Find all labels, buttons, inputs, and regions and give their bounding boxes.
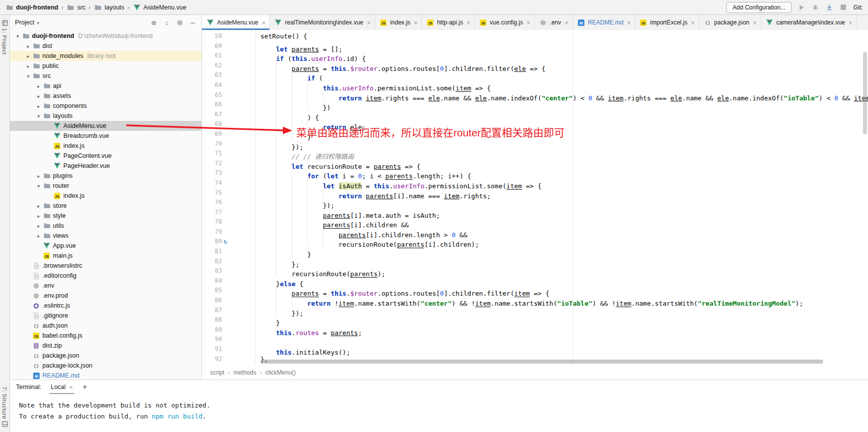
tree-item[interactable]: ▾router xyxy=(10,181,202,191)
horizontal-scrollbar[interactable] xyxy=(260,360,823,364)
tree-item[interactable]: .env.prod xyxy=(10,291,202,301)
tree-item[interactable]: App.vue xyxy=(10,241,202,251)
bottom-stripe-icon[interactable] xyxy=(2,420,8,429)
tree-item[interactable]: ▾src xyxy=(10,71,202,81)
code-line[interactable]: 72let recursionRoute = parents => { xyxy=(202,159,868,169)
chevron-expanded-icon[interactable]: ▾ xyxy=(24,73,32,79)
chevron-collapsed-icon[interactable]: ▸ xyxy=(35,83,42,89)
editor-tab[interactable]: JSvue.config.js× xyxy=(475,15,535,30)
update-project-icon[interactable] xyxy=(826,3,834,11)
locate-file-icon[interactable]: ⊕ xyxy=(150,19,158,26)
tree-item[interactable]: .eslintrc.js xyxy=(10,301,202,311)
chevron-collapsed-icon[interactable]: ▸ xyxy=(24,43,32,49)
tree-item[interactable]: ▸components xyxy=(10,101,202,111)
project-view-selector[interactable]: Project xyxy=(15,19,34,26)
code-line[interactable]: 91this.initialKeys(); xyxy=(202,345,868,355)
editor-tab[interactable]: AsideMenu.vue× xyxy=(202,15,270,30)
tree-item[interactable]: JSindex.js xyxy=(10,191,202,201)
tree-item[interactable]: ▾layouts xyxy=(10,111,202,121)
tree-item[interactable]: .gitignore xyxy=(10,311,202,321)
editor-tab[interactable]: realTimeMonitoring\index.vue× xyxy=(270,15,375,30)
tree-item[interactable]: ▸views xyxy=(10,231,202,241)
editor-tab[interactable]: {}package.json× xyxy=(699,15,761,30)
tab-close-icon[interactable]: × xyxy=(367,19,371,26)
tree-item[interactable]: ▸node_moduleslibrary root xyxy=(10,51,202,61)
code-line[interactable]: 86return !item.name.startsWith("center")… xyxy=(202,296,868,306)
chevron-collapsed-icon[interactable]: ▸ xyxy=(35,93,42,99)
tree-item[interactable]: {}package.json xyxy=(10,351,202,361)
chevron-collapsed-icon[interactable]: ▸ xyxy=(35,103,42,109)
breadcrumb-item[interactable]: layouts xyxy=(93,4,126,11)
chevron-collapsed-icon[interactable]: ▸ xyxy=(35,213,42,219)
tree-item[interactable]: PageContent.vue xyxy=(10,151,202,161)
chevron-collapsed-icon[interactable]: ▸ xyxy=(35,233,42,239)
code-line[interactable]: 59setRoute() { xyxy=(202,31,868,41)
tree-item[interactable]: .env xyxy=(10,281,202,291)
tab-close-icon[interactable]: × xyxy=(262,19,266,26)
vertical-scrollbar[interactable] xyxy=(863,52,867,134)
tab-close-icon[interactable]: × xyxy=(565,19,569,26)
editor-breadcrumb-item[interactable]: methods xyxy=(233,369,256,376)
tree-item[interactable]: Breadcrumb.vue xyxy=(10,131,202,141)
code-line[interactable]: 81} xyxy=(202,247,868,257)
chevron-collapsed-icon[interactable]: ▸ xyxy=(24,63,32,69)
tree-item[interactable]: ▸api xyxy=(10,81,202,91)
editor-breadcrumb-item[interactable]: clickMenu() xyxy=(265,369,296,376)
tree-item[interactable]: {}package-lock.json xyxy=(10,361,202,371)
tree-item[interactable]: .editorconfig xyxy=(10,271,202,281)
tree-item[interactable]: ▸style xyxy=(10,211,202,221)
code-line[interactable]: 73for (let i = 0; i < parents.length; i+… xyxy=(202,168,868,178)
code-line[interactable]: 70}); xyxy=(202,139,868,149)
code-line[interactable]: 77parents[i].meta.auth = isAuth; xyxy=(202,208,868,218)
code-line[interactable]: 67) { xyxy=(202,110,868,120)
tree-item[interactable]: ▸plugins xyxy=(10,171,202,181)
tree-item[interactable]: ▸dist xyxy=(10,41,202,51)
close-icon[interactable]: × xyxy=(69,384,73,391)
tab-close-icon[interactable]: × xyxy=(627,19,631,26)
chevron-collapsed-icon[interactable]: ▸ xyxy=(24,53,32,59)
code-editor[interactable]: 59setRoute() {60let parents = [];61if (t… xyxy=(202,30,868,366)
new-terminal-icon[interactable]: + xyxy=(82,383,87,392)
code-line[interactable]: 68return ele; xyxy=(202,119,868,129)
code-line[interactable]: 84}else { xyxy=(202,276,868,286)
project-stripe-icon[interactable] xyxy=(2,19,8,28)
code-line[interactable]: 60let parents = []; xyxy=(202,41,868,51)
tree-item[interactable]: MREADME.md xyxy=(10,371,202,380)
add-configuration-button[interactable]: Add Configuration... xyxy=(726,2,791,13)
code-line[interactable]: 61if (this.userInfo.id) { xyxy=(202,51,868,61)
tree-item[interactable]: dist.zip xyxy=(10,341,202,351)
tree-item[interactable]: {}auth.json xyxy=(10,321,202,331)
stop-icon[interactable] xyxy=(840,3,848,11)
chevron-expanded-icon[interactable]: ▾ xyxy=(35,113,42,119)
run-icon[interactable] xyxy=(798,3,806,11)
tab-close-icon[interactable]: × xyxy=(466,19,470,26)
chevron-collapsed-icon[interactable]: ▸ xyxy=(35,173,42,179)
tree-item[interactable]: ▾duoji-frontendD:\zheheWeb\duoji-fronten… xyxy=(10,31,202,41)
tree-item[interactable]: ▸assets xyxy=(10,91,202,101)
code-line[interactable]: 76}); xyxy=(202,198,868,208)
code-line[interactable]: 89this.routes = parents; xyxy=(202,325,868,335)
code-line[interactable]: 83recursionRoute(parents); xyxy=(202,266,868,276)
tree-item[interactable]: AsideMenu.vue xyxy=(10,121,202,131)
code-line[interactable]: 71// // 递归权限路由 xyxy=(202,149,868,159)
chevron-collapsed-icon[interactable]: ▸ xyxy=(35,223,42,229)
settings-gear-icon[interactable] xyxy=(176,19,184,26)
chevron-expanded-icon[interactable]: ▾ xyxy=(14,33,21,39)
editor-breadcrumb-item[interactable]: script xyxy=(210,369,224,376)
code-line[interactable]: 79parents[i].children.length > 0 && xyxy=(202,227,868,237)
code-line[interactable]: 64this.userInfo.permissionList.some(item… xyxy=(202,80,868,90)
terminal-output[interactable]: Note that the development build is not o… xyxy=(10,394,868,422)
editor-tab[interactable]: JShttp-api.js× xyxy=(422,15,475,30)
editor-tab[interactable]: cameraManage\index.vue× xyxy=(761,15,857,30)
code-line[interactable]: 85parents = this.$router.options.routes[… xyxy=(202,286,868,296)
code-line[interactable]: 65return item.rights === ele.name && ele… xyxy=(202,90,868,100)
tab-close-icon[interactable]: × xyxy=(414,19,418,26)
code-line[interactable]: 74let isAuth = this.userInfo.permissionL… xyxy=(202,178,868,188)
editor-tab[interactable]: MREADME.md× xyxy=(573,15,635,30)
tree-item[interactable]: .browserslistrc xyxy=(10,261,202,271)
editor-tab[interactable]: JSindex.js× xyxy=(375,15,422,30)
code-line[interactable]: 69} xyxy=(202,129,868,139)
editor-tab[interactable]: JSimportExcel.js× xyxy=(635,15,699,30)
tree-item[interactable]: JSbabel.config.js xyxy=(10,331,202,341)
breadcrumb-item[interactable]: AsideMenu.vue xyxy=(132,4,188,11)
